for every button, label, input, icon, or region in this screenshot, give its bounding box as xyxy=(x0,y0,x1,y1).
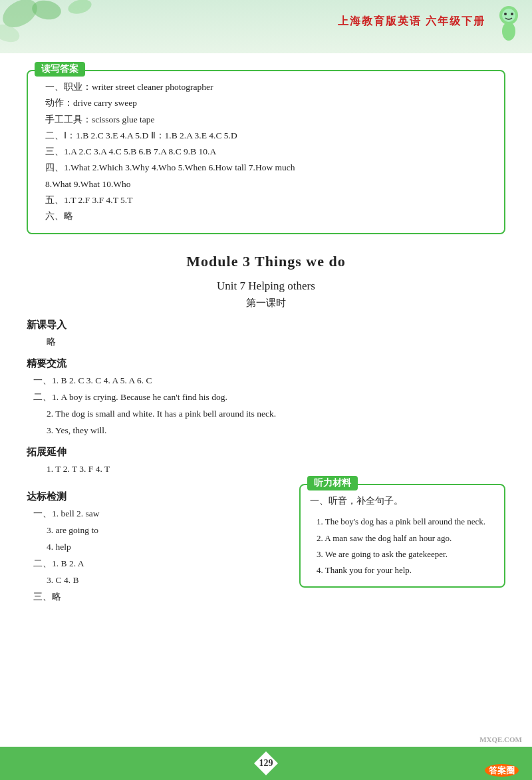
lesson-title: 第一课时 xyxy=(27,297,505,309)
answer-line-6: 四、1.What 2.Which 3.Why 4.Who 5.When 6.Ho… xyxy=(39,160,493,176)
logo-circle: 答案圈 xyxy=(485,764,519,777)
section-2-line-2: 二、1. A boy is crying. Because he can't f… xyxy=(27,389,505,406)
listen-box-tag: 听力材料 xyxy=(307,476,358,490)
listen-item-3: 3. We are going to ask the gatekeeper. xyxy=(310,546,495,562)
answer-line-2: 动作：drive carry sweep xyxy=(39,95,493,111)
dabiao-section: 达标检测 一、1. bell 2. saw 3. are going to 4.… xyxy=(27,484,286,606)
dabiao-line-6: 三、略 xyxy=(27,589,286,606)
svg-point-7 xyxy=(504,13,507,15)
page-footer: 129 答案圈 xyxy=(0,747,532,780)
answer-section: 读写答案 一、职业：writer street cleaner photogra… xyxy=(27,70,505,234)
page-number: 129 xyxy=(254,751,278,775)
listen-item-4: 4. Thank you for your help. xyxy=(310,562,495,578)
section-tuozhan: 拓展延伸 1. T 2. T 3. F 4. T xyxy=(27,446,505,478)
section-heading-4: 达标检测 xyxy=(27,490,286,503)
section-jingyao: 精要交流 一、1. B 2. C 3. C 4. A 5. A 6. C 二、1… xyxy=(27,357,505,439)
answer-line-5: 三、1.A 2.C 3.A 4.C 5.B 6.B 7.A 8.C 9.B 10… xyxy=(39,144,493,160)
section-heading-2: 精要交流 xyxy=(27,357,505,370)
answer-line-8: 五、1.T 2.F 3.F 4.T 5.T xyxy=(39,192,493,208)
answer-line-1: 一、职业：writer street cleaner photographer xyxy=(39,79,493,95)
dabiao-line-4: 二、1. B 2. A xyxy=(27,556,286,572)
section-3-line-1: 1. T 2. T 3. F 4. T xyxy=(27,461,505,478)
listen-box: 听力材料 一、听音，补全句子。 1. The boy's dog has a p… xyxy=(299,484,505,587)
svg-point-6 xyxy=(502,22,515,41)
section-2-line-3: 2. The dog is small and white. It has a … xyxy=(27,406,505,423)
dabiao-line-5: 3. C 4. B xyxy=(27,572,286,589)
dabiao-line-1: 一、1. bell 2. saw xyxy=(27,506,286,522)
svg-point-3 xyxy=(66,0,93,16)
dabiao-line-2: 3. are going to xyxy=(27,522,286,539)
dabiao-line-3: 4. help xyxy=(27,539,286,556)
answer-line-7: 8.What 9.What 10.Who xyxy=(39,176,493,192)
svg-point-8 xyxy=(511,13,513,15)
mascot-icon xyxy=(492,3,525,43)
answer-line-4: 二、Ⅰ：1.B 2.C 3.E 4.A 5.D Ⅱ：1.B 2.A 3.E 4.… xyxy=(39,128,493,144)
section-xinkедaoру: 新课导入 略 xyxy=(27,319,505,351)
left-decoration xyxy=(0,0,106,53)
section-2-line-1: 一、1. B 2. C 3. C 4. A 5. A 6. C xyxy=(27,373,505,389)
listen-heading: 一、听音，补全句子。 xyxy=(310,493,495,510)
listen-section: 听力材料 一、听音，补全句子。 1. The boy's dog has a p… xyxy=(299,484,505,587)
section-2-line-4: 3. Yes, they will. xyxy=(27,423,505,439)
unit-title: Unit 7 Helping others xyxy=(27,280,505,293)
answer-line-3: 手工工具：scissors glue tape xyxy=(39,112,493,128)
watermark: MXQE.COM xyxy=(479,735,522,743)
footer-logo: 答案圈 xyxy=(485,765,519,777)
answer-section-tag: 读写答案 xyxy=(35,62,85,77)
svg-point-5 xyxy=(502,9,515,22)
section-1-line-1: 略 xyxy=(27,334,505,351)
answer-line-9: 六、略 xyxy=(39,208,493,224)
svg-point-1 xyxy=(31,0,63,22)
top-header: 上海教育版英语 六年级下册 xyxy=(0,0,532,53)
header-title: 上海教育版英语 六年级下册 xyxy=(338,15,485,29)
bottom-area: 达标检测 一、1. bell 2. saw 3. are going to 4.… xyxy=(27,484,505,606)
listen-item-2: 2. A man saw the dog half an hour ago. xyxy=(310,530,495,546)
section-heading-3: 拓展延伸 xyxy=(27,446,505,459)
section-heading-1: 新课导入 xyxy=(27,319,505,331)
module-title: Module 3 Things we do xyxy=(27,253,505,270)
listen-item-1: 1. The boy's dog has a pink bell around … xyxy=(310,514,495,530)
